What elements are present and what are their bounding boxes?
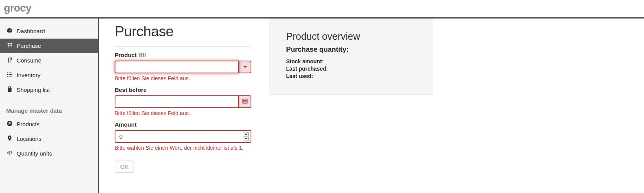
last-purchased-label: Last purchased: bbox=[286, 65, 417, 73]
grocy-app: grocy Dashboard Purchase Consume bbox=[0, 0, 644, 193]
sidebar-item-consume[interactable]: Consume bbox=[0, 53, 98, 68]
title-divider bbox=[115, 46, 251, 47]
arrow-up-icon bbox=[245, 134, 247, 135]
best-before-group: Best before Bitte füllen Sie dieses Feld… bbox=[115, 86, 251, 116]
cart-icon bbox=[7, 42, 13, 50]
amount-validation-error: Bitte wählen Sie einen Wert, der nicht k… bbox=[115, 145, 251, 151]
sidebar-item-locations[interactable]: Locations bbox=[0, 132, 98, 146]
amount-input[interactable] bbox=[115, 130, 251, 143]
tachometer-icon bbox=[7, 27, 13, 35]
chevron-down-icon bbox=[243, 66, 247, 68]
product-validation-error: Bitte füllen Sie dieses Feld aus. bbox=[115, 75, 251, 81]
best-before-input[interactable] bbox=[115, 95, 239, 108]
app-header: grocy bbox=[0, 0, 644, 19]
best-before-label: Best before bbox=[115, 86, 251, 93]
list-icon bbox=[7, 71, 13, 79]
spinner-down-button[interactable] bbox=[243, 137, 249, 141]
ok-button[interactable]: OK bbox=[115, 161, 134, 173]
best-before-picker bbox=[115, 95, 251, 108]
amount-label: Amount bbox=[115, 121, 251, 128]
svg-text:P: P bbox=[8, 122, 11, 125]
arrow-down-icon bbox=[245, 138, 247, 140]
sidebar-item-quantity-units[interactable]: Quantity units bbox=[0, 146, 98, 161]
sidebar-item-purchase[interactable]: Purchase bbox=[0, 39, 98, 53]
sidebar-item-inventory[interactable]: Inventory bbox=[0, 68, 98, 83]
sidebar-item-products[interactable]: P Products bbox=[0, 117, 98, 132]
main-content: Purchase Product Bitte füllen Sie die bbox=[99, 19, 644, 193]
text-cursor bbox=[119, 64, 119, 70]
sidebar-nav: Dashboard Purchase Consume Inventory bbox=[0, 19, 98, 161]
number-spinner bbox=[243, 132, 249, 141]
overview-title: Product overview bbox=[286, 31, 417, 42]
product-combobox bbox=[115, 61, 251, 73]
barcode-icon bbox=[139, 53, 147, 57]
page-title: Purchase bbox=[115, 24, 251, 40]
sidebar-item-shopping-list[interactable]: Shopping list bbox=[0, 83, 98, 97]
sidebar-section-header: Manage master data bbox=[0, 97, 98, 117]
purchase-form: Purchase Product Bitte füllen Sie die bbox=[115, 24, 251, 173]
sidebar-item-label: Purchase bbox=[17, 42, 41, 49]
product-input[interactable] bbox=[115, 61, 239, 73]
last-used-label: Last used: bbox=[286, 73, 417, 80]
spinner-up-button[interactable] bbox=[243, 132, 249, 136]
purchase-quantity-label: Purchase quantity: bbox=[286, 46, 417, 54]
sidebar-item-label: Dashboard bbox=[17, 28, 45, 35]
product-circle-icon: P bbox=[7, 120, 13, 128]
sidebar-item-label: Consume bbox=[17, 57, 41, 64]
sidebar-item-label: Shopping list bbox=[17, 86, 50, 93]
product-overview-panel: Product overview Purchase quantity: Stoc… bbox=[269, 19, 433, 95]
sidebar-item-dashboard[interactable]: Dashboard bbox=[0, 24, 98, 39]
sidebar-item-label: Products bbox=[17, 121, 39, 128]
product-group: Product Bitte füllen Sie dieses Feld aus… bbox=[115, 52, 251, 81]
best-before-validation-error: Bitte füllen Sie dieses Feld aus. bbox=[115, 110, 251, 116]
utensils-icon bbox=[7, 57, 13, 64]
sidebar-item-label: Locations bbox=[17, 135, 41, 142]
sidebar-item-label: Quantity units bbox=[17, 150, 52, 157]
balance-scale-icon bbox=[7, 150, 13, 157]
shopping-bag-icon bbox=[7, 86, 13, 94]
sidebar: Dashboard Purchase Consume Inventory bbox=[0, 19, 99, 193]
sidebar-item-label: Inventory bbox=[17, 72, 41, 79]
amount-stepper bbox=[115, 130, 251, 143]
product-label: Product bbox=[115, 52, 251, 58]
amount-group: Amount Bitte wählen Sie einen Wert, der … bbox=[115, 121, 251, 151]
app-logo[interactable]: grocy bbox=[0, 0, 31, 14]
calendar-button[interactable] bbox=[239, 95, 251, 108]
calendar-icon bbox=[242, 98, 248, 105]
stock-amount-label: Stock amount: bbox=[286, 58, 417, 65]
map-marker-icon bbox=[7, 135, 13, 143]
product-dropdown-button[interactable] bbox=[239, 61, 251, 73]
